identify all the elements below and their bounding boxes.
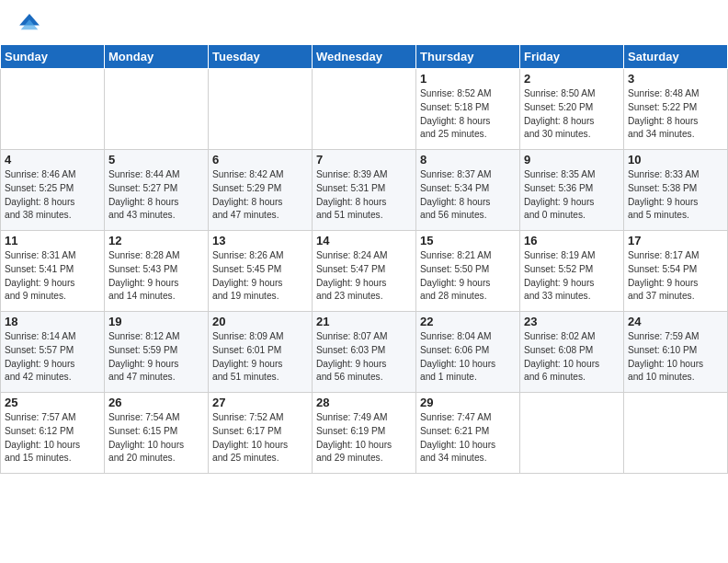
- day-number: 5: [108, 153, 204, 167]
- day-cell-0-5: 2Sunrise: 8:50 AMSunset: 5:20 PMDaylight…: [520, 69, 624, 150]
- week-row-2: 4Sunrise: 8:46 AMSunset: 5:25 PMDaylight…: [1, 150, 728, 231]
- weekday-tuesday: Tuesday: [209, 45, 313, 69]
- day-info: Sunrise: 8:35 AMSunset: 5:36 PMDaylight:…: [524, 168, 620, 223]
- day-cell-0-1: [105, 69, 209, 150]
- day-cell-2-2: 13Sunrise: 8:26 AMSunset: 5:45 PMDayligh…: [209, 231, 313, 312]
- day-number: 12: [108, 234, 204, 247]
- day-info: Sunrise: 8:09 AMSunset: 6:01 PMDaylight:…: [212, 330, 308, 385]
- day-number: 24: [628, 315, 723, 328]
- day-info: Sunrise: 8:07 AMSunset: 6:03 PMDaylight:…: [316, 330, 412, 385]
- day-number: 13: [212, 234, 308, 247]
- day-info: Sunrise: 8:42 AMSunset: 5:29 PMDaylight:…: [212, 168, 308, 223]
- weekday-thursday: Thursday: [416, 45, 520, 69]
- day-info: Sunrise: 8:31 AMSunset: 5:41 PMDaylight:…: [5, 249, 100, 304]
- day-cell-2-1: 12Sunrise: 8:28 AMSunset: 5:43 PMDayligh…: [105, 231, 209, 312]
- day-number: 28: [316, 396, 412, 409]
- day-info: Sunrise: 8:14 AMSunset: 5:57 PMDaylight:…: [5, 330, 100, 385]
- day-info: Sunrise: 7:59 AMSunset: 6:10 PMDaylight:…: [628, 330, 723, 385]
- day-number: 23: [524, 315, 620, 328]
- day-cell-0-0: [1, 69, 105, 150]
- day-number: 6: [212, 153, 308, 167]
- day-number: 19: [108, 315, 204, 328]
- day-cell-3-2: 20Sunrise: 8:09 AMSunset: 6:01 PMDayligh…: [209, 312, 313, 393]
- day-cell-1-3: 7Sunrise: 8:39 AMSunset: 5:31 PMDaylight…: [313, 150, 416, 231]
- logo: [17, 11, 46, 37]
- day-cell-2-5: 16Sunrise: 8:19 AMSunset: 5:52 PMDayligh…: [520, 231, 624, 312]
- day-cell-4-3: 28Sunrise: 7:49 AMSunset: 6:19 PMDayligh…: [313, 393, 416, 474]
- day-cell-4-2: 27Sunrise: 7:52 AMSunset: 6:17 PMDayligh…: [209, 393, 313, 474]
- day-info: Sunrise: 8:21 AMSunset: 5:50 PMDaylight:…: [420, 249, 516, 304]
- day-cell-0-2: [209, 69, 313, 150]
- day-cell-2-4: 15Sunrise: 8:21 AMSunset: 5:50 PMDayligh…: [416, 231, 520, 312]
- day-cell-4-6: [624, 393, 728, 474]
- day-cell-3-3: 21Sunrise: 8:07 AMSunset: 6:03 PMDayligh…: [313, 312, 416, 393]
- day-cell-4-0: 25Sunrise: 7:57 AMSunset: 6:12 PMDayligh…: [1, 393, 105, 474]
- day-info: Sunrise: 7:47 AMSunset: 6:21 PMDaylight:…: [420, 411, 516, 465]
- day-number: 10: [628, 153, 723, 167]
- logo-icon: [17, 11, 42, 37]
- weekday-sunday: Sunday: [1, 45, 105, 69]
- day-info: Sunrise: 7:54 AMSunset: 6:15 PMDaylight:…: [108, 411, 204, 465]
- day-number: 26: [108, 396, 204, 409]
- day-cell-2-6: 17Sunrise: 8:17 AMSunset: 5:54 PMDayligh…: [624, 231, 728, 312]
- day-number: 17: [628, 234, 723, 247]
- week-row-1: 1Sunrise: 8:52 AMSunset: 5:18 PMDaylight…: [1, 69, 728, 150]
- day-info: Sunrise: 8:02 AMSunset: 6:08 PMDaylight:…: [524, 330, 620, 385]
- day-info: Sunrise: 8:52 AMSunset: 5:18 PMDaylight:…: [420, 87, 516, 142]
- day-number: 18: [5, 315, 100, 328]
- day-info: Sunrise: 7:52 AMSunset: 6:17 PMDaylight:…: [212, 411, 308, 465]
- day-info: Sunrise: 8:19 AMSunset: 5:52 PMDaylight:…: [524, 249, 620, 304]
- day-number: 8: [420, 153, 516, 167]
- day-info: Sunrise: 8:28 AMSunset: 5:43 PMDaylight:…: [108, 249, 204, 304]
- day-number: 14: [316, 234, 412, 247]
- day-number: 22: [420, 315, 516, 328]
- day-cell-4-4: 29Sunrise: 7:47 AMSunset: 6:21 PMDayligh…: [416, 393, 520, 474]
- day-number: 25: [5, 396, 100, 409]
- day-cell-1-6: 10Sunrise: 8:33 AMSunset: 5:38 PMDayligh…: [624, 150, 728, 231]
- day-number: 29: [420, 396, 516, 409]
- day-info: Sunrise: 8:17 AMSunset: 5:54 PMDaylight:…: [628, 249, 723, 304]
- day-cell-4-1: 26Sunrise: 7:54 AMSunset: 6:15 PMDayligh…: [105, 393, 209, 474]
- day-info: Sunrise: 8:39 AMSunset: 5:31 PMDaylight:…: [316, 168, 412, 223]
- day-number: 4: [5, 153, 100, 167]
- day-number: 2: [524, 72, 620, 86]
- week-row-4: 18Sunrise: 8:14 AMSunset: 5:57 PMDayligh…: [1, 312, 728, 393]
- day-cell-1-2: 6Sunrise: 8:42 AMSunset: 5:29 PMDaylight…: [209, 150, 313, 231]
- day-info: Sunrise: 8:33 AMSunset: 5:38 PMDaylight:…: [628, 168, 723, 223]
- day-cell-1-1: 5Sunrise: 8:44 AMSunset: 5:27 PMDaylight…: [105, 150, 209, 231]
- day-cell-0-6: 3Sunrise: 8:48 AMSunset: 5:22 PMDaylight…: [624, 69, 728, 150]
- day-cell-3-4: 22Sunrise: 8:04 AMSunset: 6:06 PMDayligh…: [416, 312, 520, 393]
- day-info: Sunrise: 8:37 AMSunset: 5:34 PMDaylight:…: [420, 168, 516, 223]
- day-number: 27: [212, 396, 308, 409]
- weekday-friday: Friday: [520, 45, 624, 69]
- day-cell-3-0: 18Sunrise: 8:14 AMSunset: 5:57 PMDayligh…: [1, 312, 105, 393]
- day-cell-0-4: 1Sunrise: 8:52 AMSunset: 5:18 PMDaylight…: [416, 69, 520, 150]
- day-info: Sunrise: 8:48 AMSunset: 5:22 PMDaylight:…: [628, 87, 723, 142]
- day-number: 16: [524, 234, 620, 247]
- day-info: Sunrise: 8:26 AMSunset: 5:45 PMDaylight:…: [212, 249, 308, 304]
- day-info: Sunrise: 7:49 AMSunset: 6:19 PMDaylight:…: [316, 411, 412, 465]
- day-cell-3-5: 23Sunrise: 8:02 AMSunset: 6:08 PMDayligh…: [520, 312, 624, 393]
- day-cell-1-0: 4Sunrise: 8:46 AMSunset: 5:25 PMDaylight…: [1, 150, 105, 231]
- day-cell-2-3: 14Sunrise: 8:24 AMSunset: 5:47 PMDayligh…: [313, 231, 416, 312]
- day-number: 7: [316, 153, 412, 167]
- day-cell-0-3: [313, 69, 416, 150]
- week-row-3: 11Sunrise: 8:31 AMSunset: 5:41 PMDayligh…: [1, 231, 728, 312]
- day-number: 3: [628, 72, 723, 86]
- day-info: Sunrise: 8:46 AMSunset: 5:25 PMDaylight:…: [5, 168, 100, 223]
- day-cell-1-4: 8Sunrise: 8:37 AMSunset: 5:34 PMDaylight…: [416, 150, 520, 231]
- week-row-5: 25Sunrise: 7:57 AMSunset: 6:12 PMDayligh…: [1, 393, 728, 474]
- day-info: Sunrise: 8:24 AMSunset: 5:47 PMDaylight:…: [316, 249, 412, 304]
- weekday-saturday: Saturday: [624, 45, 728, 69]
- weekday-header-row: SundayMondayTuesdayWednesdayThursdayFrid…: [1, 45, 728, 69]
- day-cell-1-5: 9Sunrise: 8:35 AMSunset: 5:36 PMDaylight…: [520, 150, 624, 231]
- day-cell-4-5: [520, 393, 624, 474]
- day-cell-3-1: 19Sunrise: 8:12 AMSunset: 5:59 PMDayligh…: [105, 312, 209, 393]
- day-number: 15: [420, 234, 516, 247]
- day-info: Sunrise: 7:57 AMSunset: 6:12 PMDaylight:…: [5, 411, 100, 465]
- weekday-wednesday: Wednesday: [313, 45, 416, 69]
- day-number: 11: [5, 234, 100, 247]
- day-number: 20: [212, 315, 308, 328]
- day-info: Sunrise: 8:12 AMSunset: 5:59 PMDaylight:…: [108, 330, 204, 385]
- day-cell-3-6: 24Sunrise: 7:59 AMSunset: 6:10 PMDayligh…: [624, 312, 728, 393]
